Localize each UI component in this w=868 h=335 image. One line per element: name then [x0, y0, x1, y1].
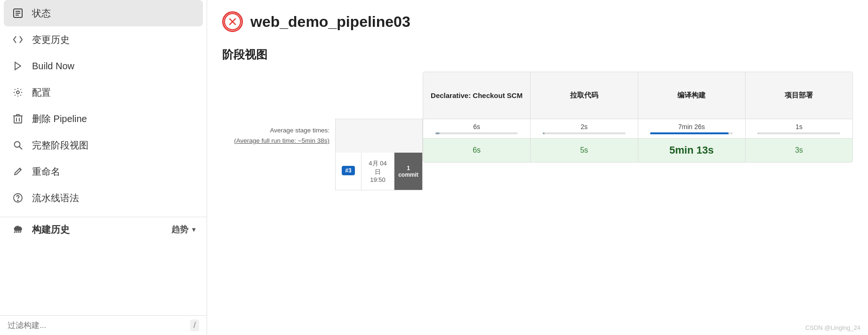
avg-cell-2: 7min 26s	[638, 119, 746, 138]
stage-table-container: Average stage times: (Average full run t…	[222, 72, 853, 190]
stage-header-declarative: Declarative: Checkout SCM	[423, 72, 530, 119]
svg-point-5	[16, 91, 19, 94]
progress-bar-0	[435, 132, 518, 134]
sidebar-item-pipeline-syntax[interactable]: 流水线语法	[0, 185, 207, 211]
build-history-label: 构建历史	[32, 223, 70, 236]
sidebar-item-label: Build Now	[32, 61, 74, 72]
svg-rect-6	[14, 116, 22, 123]
sidebar-item-rename[interactable]: 重命名	[0, 158, 207, 185]
sidebar-item-full-stage-view[interactable]: 完整阶段视图	[0, 132, 207, 158]
avg-cell-3: 1s	[746, 119, 852, 138]
sidebar-item-label: 删除 Pipeline	[32, 113, 87, 125]
svg-line-14	[19, 147, 22, 149]
stage-header-pullcode: 拉取代码	[530, 72, 637, 119]
chevron-down-icon: ▾	[192, 226, 195, 233]
sidebar-item-status[interactable]: 状态	[4, 0, 203, 26]
stage-data-1[interactable]: 5s	[530, 139, 638, 162]
stage-data-0[interactable]: 6s	[423, 139, 530, 162]
list-icon	[11, 7, 24, 20]
trend-section[interactable]: 趋势 ▾	[171, 224, 195, 235]
main-content: web_demo_pipeline03 阶段视图 Average stage t…	[207, 0, 868, 335]
avg-label: Average stage times: (Average full run t…	[222, 119, 335, 153]
filter-area: /	[0, 315, 207, 335]
sidebar-item-delete-pipeline[interactable]: 删除 Pipeline	[0, 106, 207, 132]
build-history-section[interactable]: 🌧 构建历史 趋势 ▾	[0, 217, 207, 242]
code-icon	[11, 33, 24, 46]
stage-data-3[interactable]: 3s	[746, 139, 852, 162]
help-icon	[11, 191, 24, 204]
pipeline-title: web_demo_pipeline03	[250, 13, 410, 31]
sidebar-item-label: 完整阶段视图	[32, 139, 88, 152]
progress-fill-1	[543, 132, 545, 134]
stage-col-3: 项目部署	[746, 72, 852, 119]
watermark: CSDN @Linging_24	[805, 324, 860, 331]
build-date2: 日	[375, 168, 381, 176]
build-date1: 4月 04	[369, 159, 386, 168]
avg-cell-0: 6s	[423, 119, 530, 138]
stage-col-1: 拉取代码	[530, 72, 638, 119]
trend-label: 趋势	[171, 224, 188, 235]
svg-point-13	[15, 142, 20, 147]
sidebar-item-label: 重命名	[32, 165, 60, 178]
avg-cell-1: 2s	[530, 119, 638, 138]
sidebar-item-label: 变更历史	[32, 33, 70, 46]
build3-meta: #3 4月 04 日 19:50 1 commit	[335, 153, 423, 190]
build-badge: #3	[342, 166, 354, 175]
gear-icon	[11, 86, 24, 99]
sidebar-item-config[interactable]: 配置	[0, 79, 207, 106]
header-spacer	[222, 72, 335, 119]
search-icon	[11, 139, 24, 152]
filter-shortcut: /	[190, 319, 199, 331]
sidebar-item-label: 状态	[32, 7, 51, 20]
header-spacer2	[335, 72, 423, 119]
left-labels: Average stage times: (Average full run t…	[222, 72, 335, 190]
svg-marker-4	[15, 62, 21, 70]
progress-bar-2	[650, 132, 732, 134]
stage-header-compilebuild: 编译构建	[638, 72, 745, 119]
progress-fill-2	[650, 132, 729, 134]
stage-col-2: 编译构建	[638, 72, 746, 119]
trash-icon	[11, 112, 24, 125]
stage-avg-row: 6s 2s 7min 26s	[423, 119, 852, 139]
progress-fill-0	[435, 132, 440, 134]
stage-col-0: Declarative: Checkout SCM	[423, 72, 530, 119]
progress-bar-1	[543, 132, 625, 134]
avg-left-spacer	[335, 119, 423, 153]
build-data-row: 6s 5s 5min 13s 3s	[423, 139, 852, 162]
progress-bar-3	[758, 132, 840, 134]
filter-input[interactable]	[8, 321, 186, 330]
build-row-label	[222, 153, 335, 190]
stage-view-section: 阶段视图 Average stage times: (Average full …	[222, 47, 853, 190]
rain-cloud-icon: 🌧	[11, 223, 24, 236]
error-status-icon	[222, 11, 243, 32]
commit-cell: 1 commit	[394, 153, 423, 190]
play-icon	[11, 59, 24, 73]
sidebar-item-label: 流水线语法	[32, 192, 79, 204]
stage-data-2[interactable]: 5min 13s	[638, 139, 746, 162]
sidebar-item-label: 配置	[32, 86, 51, 99]
sidebar-item-change-history[interactable]: 变更历史	[0, 26, 207, 53]
stage-header-row: Declarative: Checkout SCM 拉取代码 编译构建 项目部署	[423, 72, 852, 119]
build-date-cell: 4月 04 日 19:50	[362, 153, 394, 190]
stage-view-title: 阶段视图	[222, 47, 853, 62]
build-meta-col: #3 4月 04 日 19:50 1 commit	[335, 72, 423, 190]
build-badge-cell[interactable]: #3	[335, 153, 362, 190]
pencil-icon	[11, 165, 24, 178]
stage-header-deploy: 项目部署	[746, 72, 852, 119]
sidebar: 状态 变更历史 Build Now 配置	[0, 0, 207, 335]
stage-grid: Declarative: Checkout SCM 拉取代码 编译构建 项目部署	[423, 72, 853, 163]
build-date3: 19:50	[370, 176, 386, 183]
avg-full-label: (Average full run time: ~5min 38s)	[234, 137, 330, 144]
pipeline-header: web_demo_pipeline03	[222, 11, 853, 32]
svg-point-17	[17, 200, 18, 201]
avg-stage-label: Average stage times:	[234, 125, 330, 136]
sidebar-item-build-now[interactable]: Build Now	[0, 53, 207, 79]
progress-fill-3	[758, 132, 759, 134]
